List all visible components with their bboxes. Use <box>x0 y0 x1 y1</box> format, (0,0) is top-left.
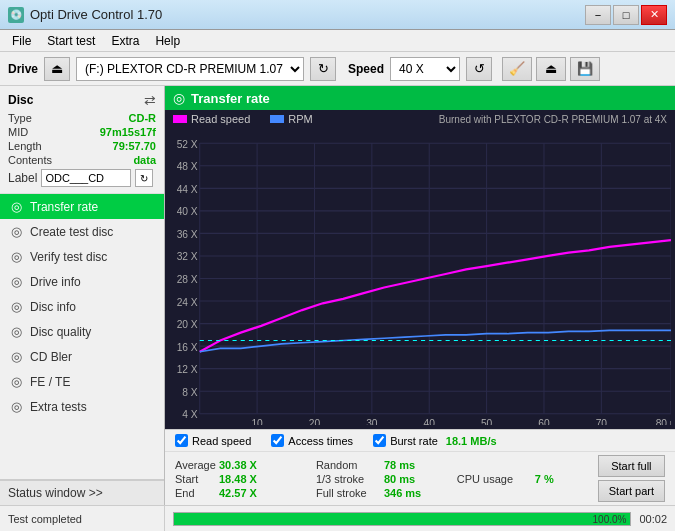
stat-end-key: End <box>175 487 211 499</box>
stat-random: Random 78 ms <box>316 459 457 471</box>
status-window-button[interactable]: Status window >> <box>0 480 164 505</box>
disc-type-key: Type <box>8 112 32 124</box>
nav-label-cd-bler: CD Bler <box>30 350 72 364</box>
speed-select[interactable]: 40 X <box>390 57 460 81</box>
sidebar-item-create-test-disc[interactable]: ◎Create test disc <box>0 219 164 244</box>
chart-svg: 52 X 48 X 44 X 40 X 36 X 32 X 28 X 24 X … <box>169 132 671 425</box>
cb-burst-rate-input[interactable] <box>373 434 386 447</box>
stat-group-left: Average 30.38 X Start 18.48 X End 42.57 … <box>175 459 316 499</box>
drive-bar: Drive ⏏ (F:) PLEXTOR CD-R PREMIUM 1.07 ↻… <box>0 52 675 86</box>
disc-label-refresh-icon[interactable]: ↻ <box>135 169 153 187</box>
nav-label-fe-te: FE / TE <box>30 375 70 389</box>
stats-row: Average 30.38 X Start 18.48 X End 42.57 … <box>165 452 675 505</box>
nav-label-create-test-disc: Create test disc <box>30 225 113 239</box>
svg-text:40: 40 <box>424 417 435 425</box>
nav-icon-fe-te: ◎ <box>8 374 24 389</box>
progress-fill <box>174 513 630 525</box>
sidebar-item-disc-info[interactable]: ◎Disc info <box>0 294 164 319</box>
stat-start: Start 18.48 X <box>175 473 316 485</box>
nav-label-extra-tests: Extra tests <box>30 400 87 414</box>
svg-text:50: 50 <box>481 417 492 425</box>
sidebar-item-verify-test-disc[interactable]: ◎Verify test disc <box>0 244 164 269</box>
disc-type-row: Type CD-R <box>8 112 156 124</box>
close-button[interactable]: ✕ <box>641 5 667 25</box>
chart-area: 52 X 48 X 44 X 40 X 36 X 32 X 28 X 24 X … <box>165 128 675 429</box>
nav-label-disc-quality: Disc quality <box>30 325 91 339</box>
save-icon[interactable]: 💾 <box>570 57 600 81</box>
svg-text:60: 60 <box>538 417 549 425</box>
stat-start-key: Start <box>175 473 211 485</box>
stat-end: End 42.57 X <box>175 487 316 499</box>
clear-icon[interactable]: 🧹 <box>502 57 532 81</box>
transfer-rate-icon: ◎ <box>173 90 185 106</box>
disc-section: Disc ⇄ Type CD-R MID 97m15s17f Length 79… <box>0 86 164 194</box>
stat-average: Average 30.38 X <box>175 459 316 471</box>
chart-header: ◎ Transfer rate <box>165 86 675 110</box>
disc-title: Disc <box>8 93 33 107</box>
disc-type-val: CD-R <box>129 112 157 124</box>
stat-end-val: 42.57 X <box>219 487 269 499</box>
drive-eject-icon[interactable]: ⏏ <box>44 57 70 81</box>
stat-group-right: CPU usage 7 % <box>457 473 598 485</box>
stat-average-key: Average <box>175 459 211 471</box>
cb-access-times-input[interactable] <box>271 434 284 447</box>
menu-help[interactable]: Help <box>147 32 188 50</box>
legend-rpm: RPM <box>270 113 312 125</box>
disc-collapse-icon[interactable]: ⇄ <box>144 92 156 108</box>
stat-group-middle: Random 78 ms 1/3 stroke 80 ms Full strok… <box>316 459 457 499</box>
svg-text:80 min: 80 min <box>656 417 671 425</box>
sidebar-item-cd-bler[interactable]: ◎CD Bler <box>0 344 164 369</box>
svg-text:32 X: 32 X <box>177 250 198 263</box>
nav-label-transfer-rate: Transfer rate <box>30 200 98 214</box>
disc-contents-row: Contents data <box>8 154 156 166</box>
svg-text:40 X: 40 X <box>177 205 198 218</box>
stat-cpu-val: 7 % <box>535 473 565 485</box>
cb-read-speed: Read speed <box>175 434 251 447</box>
disc-label-input[interactable] <box>41 169 131 187</box>
legend-burned-with: Burned with PLEXTOR CD-R PREMIUM 1.07 at… <box>439 114 667 125</box>
right-panel: ◎ Transfer rate Read speed RPM Burned wi… <box>165 86 675 505</box>
eject-icon[interactable]: ⏏ <box>536 57 566 81</box>
stat-random-val: 78 ms <box>384 459 424 471</box>
title-bar: 💿 Opti Drive Control 1.70 − □ ✕ <box>0 0 675 30</box>
progress-text: 100.0% <box>593 513 627 527</box>
sidebar-item-drive-info[interactable]: ◎Drive info <box>0 269 164 294</box>
start-part-button[interactable]: Start part <box>598 480 665 502</box>
stat-average-val: 30.38 X <box>219 459 269 471</box>
nav-icon-disc-quality: ◎ <box>8 324 24 339</box>
drive-select[interactable]: (F:) PLEXTOR CD-R PREMIUM 1.07 <box>76 57 304 81</box>
cb-read-speed-input[interactable] <box>175 434 188 447</box>
drive-refresh-icon[interactable]: ↻ <box>310 57 336 81</box>
stat-1-3-stroke-val: 80 ms <box>384 473 424 485</box>
status-right: 100.0% 00:02 <box>165 512 675 526</box>
sidebar-item-disc-quality[interactable]: ◎Disc quality <box>0 319 164 344</box>
speed-apply-icon[interactable]: ↺ <box>466 57 492 81</box>
sidebar-item-extra-tests[interactable]: ◎Extra tests <box>0 394 164 419</box>
svg-text:44 X: 44 X <box>177 182 198 195</box>
action-buttons: Start full Start part <box>598 455 665 502</box>
svg-text:4 X: 4 X <box>182 408 197 421</box>
sidebar-item-fe-te[interactable]: ◎FE / TE <box>0 369 164 394</box>
maximize-button[interactable]: □ <box>613 5 639 25</box>
nav-label-verify-test-disc: Verify test disc <box>30 250 107 264</box>
menu-file[interactable]: File <box>4 32 39 50</box>
stat-start-val: 18.48 X <box>219 473 269 485</box>
nav-menu: ◎Transfer rate◎Create test disc◎Verify t… <box>0 194 164 419</box>
minimize-button[interactable]: − <box>585 5 611 25</box>
start-full-button[interactable]: Start full <box>598 455 665 477</box>
disc-contents-val: data <box>133 154 156 166</box>
disc-label-key: Label <box>8 171 37 185</box>
left-panel: Disc ⇄ Type CD-R MID 97m15s17f Length 79… <box>0 86 165 505</box>
disc-label-row: Label ↻ <box>8 169 156 187</box>
drive-label: Drive <box>8 62 38 76</box>
menu-extra[interactable]: Extra <box>103 32 147 50</box>
nav-icon-cd-bler: ◎ <box>8 349 24 364</box>
sidebar-item-transfer-rate[interactable]: ◎Transfer rate <box>0 194 164 219</box>
legend-read-speed-label: Read speed <box>191 113 250 125</box>
menu-start-test[interactable]: Start test <box>39 32 103 50</box>
svg-text:36 X: 36 X <box>177 227 198 240</box>
stat-1-3-stroke-key: 1/3 stroke <box>316 473 376 485</box>
svg-text:30: 30 <box>366 417 377 425</box>
svg-text:12 X: 12 X <box>177 363 198 376</box>
disc-mid-key: MID <box>8 126 28 138</box>
